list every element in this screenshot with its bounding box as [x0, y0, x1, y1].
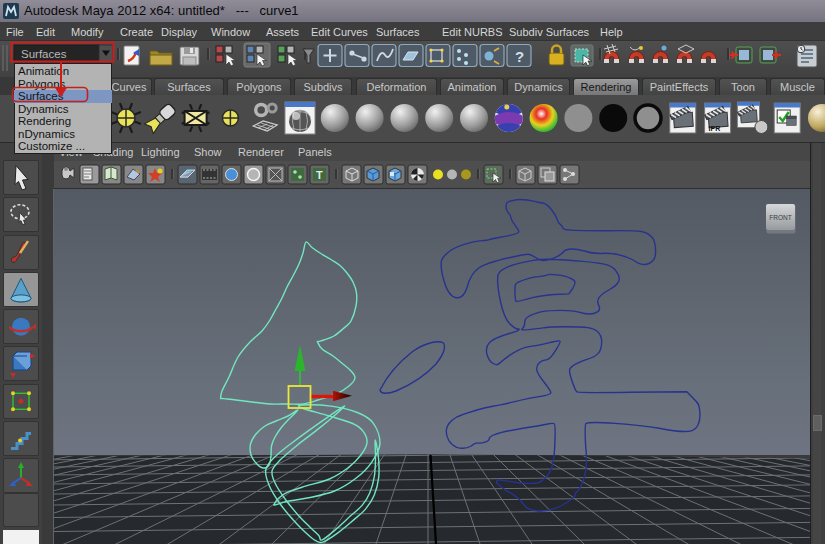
svg-text:FRONT: FRONT [769, 214, 791, 221]
svg-text:IPR: IPR [709, 125, 721, 132]
svg-text:T: T [316, 169, 323, 181]
svg-text:?: ? [515, 48, 524, 65]
